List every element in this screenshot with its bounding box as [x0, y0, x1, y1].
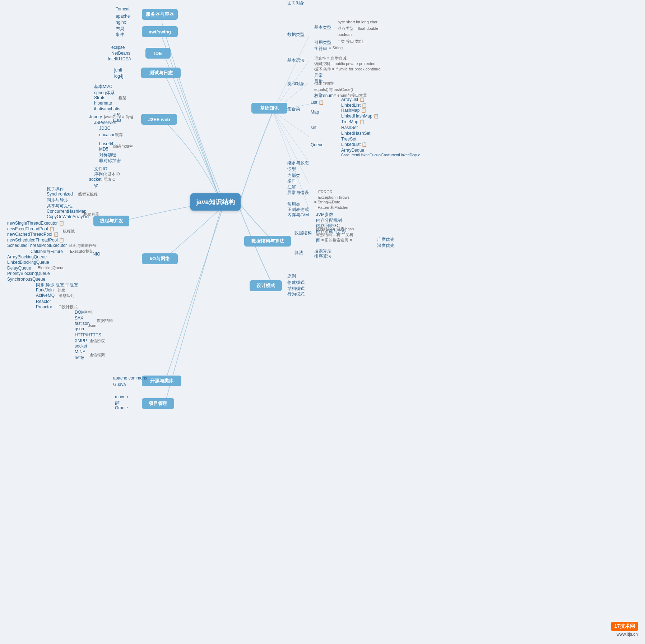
center-node: java知识结构	[190, 193, 241, 211]
dt-ref: 引用类型	[314, 40, 331, 46]
server-apache: apache	[116, 14, 130, 19]
proj-git: git	[115, 400, 120, 405]
ide-intellij: IntelliJ IDEA	[108, 56, 131, 61]
right-exception: 异常与错误	[287, 190, 309, 196]
thread-concurrent: 并发容器	[83, 212, 99, 217]
ds-algo: 算法	[294, 250, 303, 256]
mind-map: java知识结构 基础知识 数据结构与算法 设计模式 服务器与容器 awt/sw…	[0, 0, 645, 644]
syn-loop: 循环 条件 = if while for break continue	[314, 66, 380, 72]
col-treeset: TreeSet	[341, 137, 356, 142]
col-linkedhashset: LinkedHashSet	[341, 131, 370, 136]
net-dom: DOM	[75, 310, 85, 315]
right-collections: 集合类	[287, 106, 300, 112]
dt-string-val: = String	[329, 46, 343, 50]
proj-maven: maven	[115, 394, 128, 399]
io-concurrent: 并发	[57, 288, 65, 293]
bq-priority: PriorityBlockingQueue	[7, 271, 50, 276]
j2ee-asym: 非对称加密	[99, 158, 121, 164]
dt-ref-types: = 类 接口 数组	[338, 39, 363, 44]
jvm-params: JVM参数	[316, 212, 333, 218]
j2ee-jdbc: JDBC	[99, 126, 110, 131]
cc-string: = String与Date	[314, 199, 340, 205]
net-data-label: 数据结构	[97, 318, 113, 323]
main-node-base: 基础知识	[251, 103, 287, 114]
exc-throws: Exception Throws	[318, 195, 349, 199]
j2ee-mvc: 基本MVC	[94, 84, 112, 90]
net-json: Json	[88, 323, 96, 328]
main-node-thread: 线程与并发	[93, 216, 129, 226]
main-node-opensource: 开源与类库	[142, 376, 181, 386]
exc-error: ERROR	[318, 190, 333, 194]
awt-layout: 布局	[116, 26, 124, 32]
proto-xmpp: XMPP	[75, 338, 87, 343]
io-activemq: ActiveMQ	[36, 293, 55, 298]
right-syntax: 基本语法	[287, 58, 305, 64]
bq-label: BlockingQueue	[38, 266, 65, 270]
tp-stpe: ScheduledThreadPoolExecutor	[7, 243, 67, 248]
j2ee-jsp: JSP/servlet	[94, 120, 116, 125]
svg-line-0	[273, 36, 309, 111]
ds-tree: 树形结构 = 树 二叉树	[316, 232, 353, 238]
tp-delay: 延迟与周期任务	[69, 243, 97, 248]
test-log4j: log4j	[114, 74, 123, 79]
right-datatype: 数据类型	[287, 32, 305, 38]
col-hashset: HashSet	[341, 125, 358, 130]
col-set: set	[311, 125, 316, 130]
io-proactor: Proactor	[36, 304, 52, 309]
watermark: 17技术网 www.itjs.cn	[611, 622, 638, 637]
io-nio: NIO	[93, 252, 100, 257]
net-fastjson: fastjson	[75, 321, 89, 326]
os-guava: Guava	[113, 382, 126, 387]
net-http: HTTP/HTTPS	[75, 332, 101, 337]
ds-graph: 图	[316, 238, 320, 244]
bq-sync: SynchronousQueue	[7, 277, 45, 282]
io-basic-label: 基本IO	[108, 171, 120, 177]
watermark-url: www.itjs.cn	[617, 632, 638, 637]
j2ee-md5: MD5	[99, 147, 108, 152]
ds-graph-label: = 图的搜索遍历 =	[321, 238, 352, 243]
dt-boolean: boolean	[338, 32, 352, 37]
col-linkedhashmap: LinkedHashMap 📋	[341, 114, 379, 119]
right-jvm: 内存与JVM	[287, 212, 309, 218]
col-map: Map	[311, 110, 319, 115]
ide-eclipse: eclipse	[111, 45, 125, 50]
col-arraydeque: ArrayDeque	[341, 148, 364, 153]
j2ee-framework-label: 框架	[119, 95, 126, 101]
proto-socket: socket	[75, 344, 87, 349]
j2ee-hibernate: hibernate	[94, 101, 112, 106]
main-node-io: I/O与网络	[142, 253, 178, 264]
dp-create: 创建模式	[287, 280, 305, 286]
ds-bfs: 广度优先	[377, 236, 394, 243]
net-gson: gson	[75, 326, 84, 331]
main-node-ds: 数据结构与算法	[244, 236, 291, 247]
comm-netty: netty	[75, 355, 84, 360]
main-node-design: 设计模式	[250, 280, 282, 291]
tp-pool-label: 线程池	[63, 229, 75, 234]
thread-label: 线程	[90, 192, 98, 197]
syn-access: 访问控制 = public private protected	[314, 61, 375, 66]
ds-linear: 线性结构 = 链表 hash	[316, 226, 354, 232]
comm-mina: MINA	[75, 349, 85, 354]
main-node-ide: IDE	[145, 48, 171, 59]
co-enum: 枚举enum	[314, 93, 334, 99]
col-queue: Queue	[311, 142, 324, 147]
col-clq: ConcurrentLinkedQueue/ConcurrentLinkedDe…	[341, 153, 420, 157]
awt-event: 事件	[116, 32, 124, 38]
dt-string: 字符串	[314, 46, 327, 52]
net-sax: SAX	[75, 316, 83, 321]
server-tomcat: Tomcat	[116, 6, 130, 12]
right-oop: 面向对象	[287, 0, 305, 6]
ds-dfs: 深度优先	[377, 243, 394, 249]
col-treemap: TreeMap 📋	[341, 119, 365, 124]
j2ee-base64: base64	[99, 141, 113, 146]
syn-exc: 异常	[314, 73, 323, 79]
co-create: 创建与销毁	[314, 81, 334, 86]
j2ee-mybatis: ibatis/mybatis	[94, 106, 120, 111]
server-nginx: nginx	[116, 20, 126, 25]
col-linkedlist: LinkedList 📋	[341, 103, 367, 108]
comm-label: 通信框架	[89, 352, 105, 358]
tp-cached: newCachedThreadPool 📋	[7, 232, 59, 237]
j2ee-js: javascript = 前端	[104, 114, 133, 120]
col-hashmap: HashMap 📋	[341, 108, 366, 113]
main-node-test: 测试与日志	[141, 68, 181, 78]
